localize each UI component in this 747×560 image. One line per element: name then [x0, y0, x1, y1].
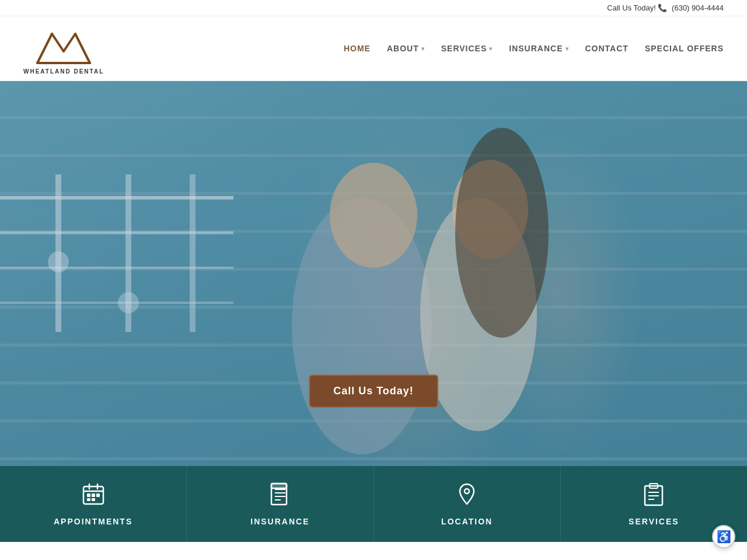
svg-line-3: [75, 34, 90, 63]
info-appointments[interactable]: APPOINTMENTS: [0, 466, 187, 542]
svg-line-2: [64, 34, 75, 51]
site-header: WHEATLAND DENTAL HOME ABOUT ▾ SERVICES ▾…: [0, 16, 747, 81]
logo-text: WHEATLAND DENTAL: [23, 68, 104, 75]
insurance-label: INSURANCE: [250, 517, 309, 526]
location-icon: [455, 482, 479, 510]
nav-contact[interactable]: CONTACT: [585, 44, 629, 53]
info-insurance[interactable]: INSURANCE: [187, 466, 374, 542]
nav-special-offers[interactable]: SPECIAL OFFERS: [645, 44, 724, 53]
svg-rect-24: [92, 494, 95, 497]
clipboard-icon: [641, 482, 666, 510]
svg-rect-23: [87, 494, 90, 497]
nav-services[interactable]: SERVICES ▾: [441, 44, 493, 53]
top-bar: Call Us Today! 📞 (630) 904-4444: [0, 0, 747, 16]
info-bar: APPOINTMENTS INSURANCE LOCATION: [0, 466, 747, 542]
svg-rect-33: [271, 484, 287, 488]
calendar-icon: [81, 482, 106, 510]
appointments-label: APPOINTMENTS: [54, 517, 132, 526]
location-label: LOCATION: [441, 517, 493, 526]
document-icon: [268, 482, 292, 510]
svg-point-34: [465, 489, 469, 494]
logo-area[interactable]: WHEATLAND DENTAL: [23, 22, 104, 75]
hero-overlay: [0, 81, 747, 466]
info-location[interactable]: LOCATION: [374, 466, 561, 542]
hero-section: Call Us Today!: [0, 81, 747, 466]
chevron-down-icon: ▾: [489, 46, 493, 52]
hero-content: Call Us Today!: [309, 374, 438, 408]
logo-svg: [26, 22, 102, 72]
main-nav: HOME ABOUT ▾ SERVICES ▾ INSURANCE ▾ CONT…: [344, 44, 724, 53]
services-label: SERVICES: [629, 517, 679, 526]
svg-rect-27: [92, 498, 95, 501]
svg-line-0: [37, 34, 52, 63]
svg-rect-25: [96, 494, 100, 497]
call-today-label: Call Us Today!: [607, 4, 656, 12]
chevron-down-icon: ▾: [566, 46, 569, 52]
svg-line-1: [52, 34, 64, 51]
chevron-down-icon: ▾: [421, 46, 425, 52]
nav-about[interactable]: ABOUT ▾: [387, 44, 425, 53]
phone-number[interactable]: (630) 904-4444: [672, 4, 724, 12]
accessibility-icon: ♿: [717, 530, 731, 542]
nav-insurance[interactable]: INSURANCE ▾: [509, 44, 568, 53]
cta-button[interactable]: Call Us Today!: [309, 374, 438, 408]
svg-rect-26: [87, 498, 90, 501]
nav-home[interactable]: HOME: [344, 44, 371, 53]
phone-icon: 📞: [658, 4, 667, 12]
